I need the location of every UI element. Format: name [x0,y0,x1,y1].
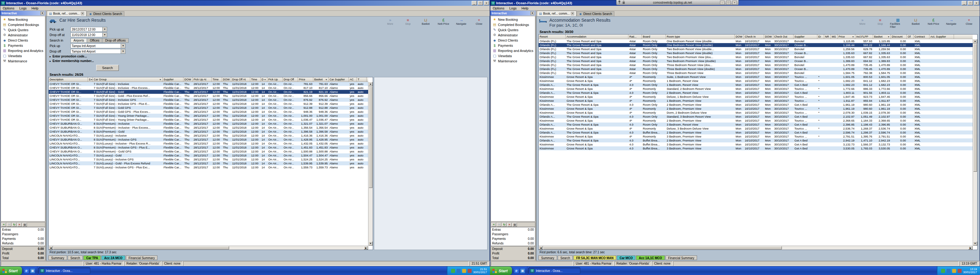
field-total[interactable]: Total0.00 [1,256,45,260]
tab-book-ref-comm[interactable]: ▤Book, ref... comm...× [47,11,86,16]
table-row[interactable]: CHEVY SUBURBAN O...8 SUV(Premium) - Incl… [49,126,368,130]
table-row[interactable]: Orlando (FL)The Grove Resort and Spa4sta… [539,59,973,63]
table-row[interactable]: CHEVY TAHOE OR SI...7 SUV(Full Size) - I… [49,82,368,86]
sidebar-close-icon[interactable]: × [530,11,535,15]
table-row[interactable]: LINCOLN NAVIGATO...7 SUV(Luxury) - Inclu… [49,134,368,138]
tray-shield-icon[interactable] [451,269,455,273]
scroll-down-icon[interactable]: ▼ [973,242,977,246]
sort-arrow-icon[interactable]: ▼ [325,79,328,81]
search-in-tab-airports[interactable]: Airports [70,38,87,43]
table-row[interactable]: CHEVY TAHOE OR SI...7 SUV(Full Size) - I… [49,102,368,106]
table-row[interactable]: KissimmeeGrove Resort & Spa4.0Buffet Bre… [539,146,973,150]
pickup-location-select[interactable]: Tampa Intl Airport ▼ [70,43,126,48]
table-row[interactable]: KissimmeeGrove Resort & Spa4*Roomonly2 B… [539,119,973,123]
table-row[interactable]: LINCOLN NAVIGATO...7 SUV(Luxury) - Gold … [49,161,368,165]
section-tab-acc-2a-mco[interactable]: Acc 2A MCO [101,256,125,260]
table-row[interactable]: Orlando A...The Grove Resort & Spa4.0Roo… [539,91,973,95]
internet-explorer-icon[interactable]: e [24,269,29,273]
section-tab-fr-5a-3c-man-mco-man[interactable]: FR 5A,3C MAN MCO MAN [573,256,616,260]
column-header-s[interactable]: S▼ [88,77,93,82]
tab-close-icon[interactable]: × [81,12,84,15]
column-header-board[interactable]: Board [642,35,666,39]
table-row[interactable]: CHEVY TAHOE OR SI...7 SUV(Full Size) - G… [49,90,368,94]
tray-volume-icon[interactable] [952,269,956,273]
scroll-thumb[interactable] [369,87,372,188]
section-tab-acc-1a-1c-mco[interactable]: Acc 1A,1C MCO [636,256,665,260]
menu-item-options[interactable]: Options [0,6,17,10]
table-row[interactable]: KissimmeeGrove Resort & Spa4*Roomonly3 B… [539,134,973,138]
tab-direct-clients-search[interactable]: ☻Direct Clients Search [87,11,124,16]
field-passengers[interactable]: Passengers [1,232,45,237]
window-titlebar[interactable]: i Interactive - Ocean-Florida (code: x4D… [0,0,490,6]
column-header-car-group[interactable]: Car Group▼ [93,77,162,82]
table-row[interactable]: CHEVY TAHOE OR SI...7 SUV(Full Size) - I… [49,86,368,90]
sidebar-item-administrator[interactable]: ⚙Administrator [491,32,535,38]
table-row[interactable]: KissimmeeGrove Resort & Spa4*RoomonlyDel… [539,126,973,130]
nett-price-button[interactable]: £Nett Price [436,18,452,25]
table-row[interactable]: CHEVY TAHOE OR SI...7 SUV(Full Size) - G… [49,110,368,114]
rdp-close-button[interactable]: × [732,1,737,5]
column-header-contract[interactable]: Contract [913,35,929,39]
column-header-car-supplier[interactable]: Car Supplier [329,77,349,82]
table-row[interactable]: Orlando (FL)The Grove Resort and Spa4sta… [539,39,973,43]
chevron-down-icon[interactable]: ▼ [121,44,125,48]
menu-item-options[interactable]: Options [490,6,507,10]
column-header-room-type[interactable]: Room type [666,35,735,39]
field-deposit[interactable]: Deposit0.00 [491,247,535,251]
table-row[interactable]: KissimmeeGrove Resort & Spa4*RoomonlySta… [539,87,973,91]
menu-item-help[interactable]: Help [519,6,531,10]
membership-expander[interactable]: ▸ Enter membership number... [49,58,486,63]
internet-explorer-icon[interactable]: e [514,269,519,273]
navigate-button[interactable]: →Navigate [943,18,959,28]
column-header-d[interactable]: D▼ [261,77,267,82]
show-desktop-icon[interactable]: ▦ [30,269,35,273]
sidebar-item-direct-clients[interactable]: ☻Direct Clients [491,38,535,43]
table-row[interactable]: CHEVY TAHOE OR SI...7 SUV(Full Size) - Y… [49,118,368,122]
table-row[interactable]: KissimmeeGrove Resort & Spa4*RoomonlyDel… [539,95,973,99]
sidebar-item-direct-clients[interactable]: ☻Direct Clients [1,38,45,43]
table-row[interactable]: Orlando A...The Grove Resort & Spa4.0Buf… [539,130,973,134]
maximize-button[interactable]: □ [968,1,973,5]
sort-arrow-icon[interactable]: ▼ [264,79,266,81]
scroll-thumb[interactable] [973,44,977,172]
maximize-button[interactable]: □ [478,1,483,5]
basket-button[interactable]: ⊔Basket [908,18,924,28]
horizontal-scrollbar[interactable]: ◀▶ [49,246,368,250]
sidebar-item-reporting-and-analytics[interactable]: ▥Reporting and Analytics [1,48,45,53]
section-tab-car-mco[interactable]: Car MCO [617,256,635,260]
column-header-t[interactable]: T [357,77,367,82]
field-profit[interactable]: Profit0.00 [1,251,45,256]
vertical-scrollbar[interactable]: ▲▼ [973,39,977,246]
delete-icon[interactable]: × [17,223,22,227]
column-header-act-supplier[interactable]: Act. Supplier [929,35,954,39]
table-row[interactable]: CHEVY TAHOE OR SI...7 SUV(Full Size) - G… [49,94,368,98]
nett-price-button[interactable]: £Nett Price [926,18,942,28]
column-header-of[interactable]: Of [907,35,913,39]
scroll-track[interactable] [368,188,373,242]
column-header-check-out[interactable]: Check Out [773,35,794,39]
column-header-time[interactable]: Time [212,77,222,82]
sidebar-item-administrator[interactable]: ⚙Administrator [1,32,45,38]
scroll-track[interactable] [973,172,977,242]
field-total[interactable]: Total0.00 [491,256,535,260]
table-row[interactable]: Orlando (FL)The Grove Resort and Spa4sta… [539,63,973,67]
sidebar-item-maintenance[interactable]: ⚒Maintenance [491,58,535,63]
table-row[interactable]: LINCOLN NAVIGATO...7 SUV(Luxury) - Inclu… [49,141,368,145]
rdp-minimize-button[interactable]: – [720,1,725,5]
menu-item-logs[interactable]: Logs [17,6,29,10]
sidebar-item-viewdata[interactable]: ▢Viewdata [1,53,45,58]
chevron-down-icon[interactable]: ▼ [121,49,125,54]
column-header-price[interactable]: Price▼ [838,35,855,39]
column-header-ac[interactable]: AC [349,77,357,82]
column-header-accommodation[interactable]: Accommodation [566,35,628,39]
tab-direct-clients-search[interactable]: ☻Direct Clients Search [577,11,614,16]
column-header-dow[interactable]: DOW [183,77,192,82]
scroll-track[interactable] [782,246,968,250]
sidebar-item-completed-bookings[interactable]: ▤Completed Bookings [491,22,535,27]
horizontal-scrollbar[interactable]: ◀▶ [539,246,973,250]
column-header-er[interactable]: Er [818,35,824,39]
field-extras[interactable]: Extras0.00 [491,228,535,232]
column-header-nr[interactable]: NR [824,35,831,39]
sidebar-item-maintenance[interactable]: ⚒Maintenance [1,58,45,63]
scroll-up-icon[interactable]: ▲ [973,39,977,43]
